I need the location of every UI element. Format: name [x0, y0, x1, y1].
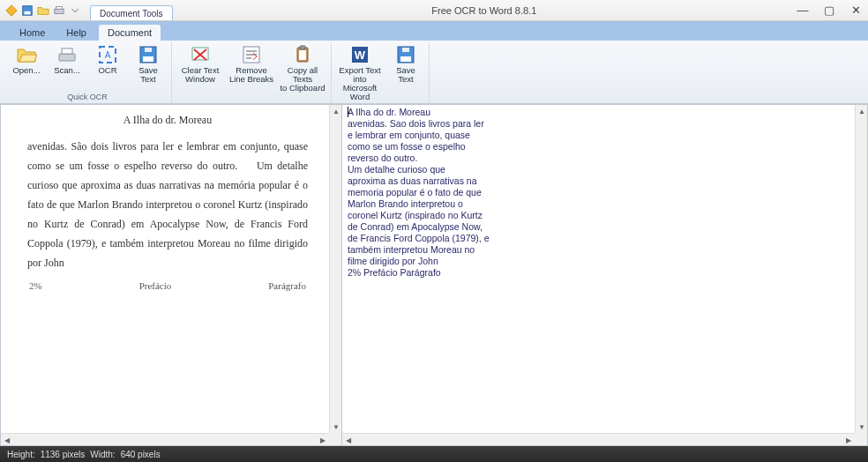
- scrollbar-vertical[interactable]: ▲ ▼: [855, 105, 867, 433]
- svg-rect-20: [299, 50, 306, 60]
- word-icon: W: [349, 44, 370, 65]
- ocr-icon: A: [97, 44, 118, 65]
- save-text-label-2: Save Text: [396, 66, 415, 84]
- status-height-label: Height:: [7, 450, 35, 459]
- minimize-button[interactable]: —: [796, 4, 810, 17]
- group-label-quick-ocr: Quick OCR: [67, 92, 108, 103]
- scrollbar-horizontal[interactable]: ◀ ▶: [342, 433, 855, 445]
- status-width-label: Width:: [90, 450, 115, 459]
- status-height-value: 1136 pixels: [41, 450, 86, 459]
- svg-rect-10: [143, 56, 153, 62]
- clipboard-icon: [292, 44, 313, 65]
- app-icon: [5, 4, 18, 17]
- maximize-button[interactable]: ▢: [822, 4, 836, 17]
- scrollbar-horizontal[interactable]: ◀ ▶: [1, 433, 329, 445]
- ocr-text-content[interactable]: A Ilha do dr. Moreau avenidas. Sao dois …: [342, 105, 855, 433]
- remove-breaks-icon: [241, 44, 262, 65]
- window-title: Free OCR to Word 8.8.1: [173, 5, 796, 16]
- ocr-label: OCR: [98, 66, 116, 75]
- folder-open-icon[interactable]: [37, 4, 49, 17]
- folder-open-icon: [16, 44, 37, 65]
- status-width-value: 640 pixels: [121, 450, 161, 459]
- menu-tabs: Home Help Document: [0, 21, 868, 41]
- save-icon: [138, 44, 159, 65]
- source-image-content[interactable]: A Ilha do dr. Moreau avenidas. São dois …: [1, 105, 329, 433]
- workspace: A Ilha do dr. Moreau avenidas. São dois …: [0, 104, 868, 446]
- copy-all-clipboard-button[interactable]: Copy all Texts to Clipboard: [278, 42, 327, 101]
- svg-text:A: A: [105, 50, 111, 60]
- svg-rect-11: [145, 48, 152, 52]
- ocr-output-value: A Ilha do dr. Moreau avenidas. Sao dois …: [348, 107, 490, 278]
- menu-help[interactable]: Help: [57, 25, 95, 41]
- scanner-icon[interactable]: [53, 4, 65, 17]
- export-word-button[interactable]: W Export Text into Microsoft Word: [335, 42, 385, 101]
- ribbon-group-document: W Export Text into Microsoft Word Save T…: [332, 42, 430, 103]
- document-preview: A Ilha do dr. Moreau avenidas. São dois …: [1, 105, 329, 301]
- copy-all-label: Copy all Texts to Clipboard: [280, 66, 326, 93]
- svg-rect-26: [402, 48, 409, 52]
- svg-rect-6: [62, 48, 72, 54]
- clear-text-label: Clear Text Window: [182, 66, 220, 84]
- ocr-output-text[interactable]: A Ilha do dr. Moreau avenidas. Sao dois …: [342, 105, 855, 280]
- save-text-button-2[interactable]: Save Text: [386, 42, 425, 101]
- doc-body: avenidas. São dois livros para ler e lem…: [27, 137, 308, 272]
- scroll-corner: [855, 433, 867, 445]
- scroll-down-icon[interactable]: ▼: [856, 421, 868, 433]
- dropdown-icon[interactable]: [69, 4, 81, 17]
- remove-breaks-label: Remove Line Breaks: [229, 66, 273, 84]
- ribbon-group-text-ops: Clear Text Window Remove Line Breaks Cop…: [172, 42, 332, 103]
- source-image-pane: A Ilha do dr. Moreau avenidas. São dois …: [0, 104, 341, 446]
- open-button[interactable]: Open...: [7, 42, 46, 92]
- scroll-down-icon[interactable]: ▼: [330, 421, 341, 433]
- doc-title: A Ilha do dr. Moreau: [27, 110, 308, 130]
- ribbon: Open... Scan... A OCR Save Text Quick OC…: [0, 41, 868, 104]
- clear-text-window-button[interactable]: Clear Text Window: [176, 42, 225, 101]
- close-button[interactable]: ✕: [849, 4, 863, 17]
- svg-rect-25: [400, 56, 411, 62]
- titlebar: Document Tools Free OCR to Word 8.8.1 — …: [0, 0, 868, 21]
- scroll-left-icon[interactable]: ◀: [342, 434, 355, 446]
- save-icon[interactable]: [21, 4, 34, 17]
- doc-footer: 2% Prefácio Parágrafo: [27, 276, 308, 295]
- scroll-corner: [329, 433, 341, 445]
- scanner-icon: [56, 44, 78, 65]
- clear-window-icon: [190, 44, 211, 65]
- scan-label: Scan...: [54, 66, 80, 75]
- menu-home[interactable]: Home: [11, 25, 54, 41]
- ocr-text-pane: A Ilha do dr. Moreau avenidas. Sao dois …: [341, 104, 868, 446]
- save-text-button[interactable]: Save Text: [129, 42, 168, 92]
- doc-footer-mid: Prefácio: [139, 276, 172, 295]
- scroll-left-icon[interactable]: ◀: [1, 434, 13, 446]
- svg-rect-21: [300, 46, 305, 49]
- save-icon: [395, 44, 416, 65]
- ribbon-group-quick-ocr: Open... Scan... A OCR Save Text Quick OC…: [4, 42, 172, 103]
- ocr-button[interactable]: A OCR: [88, 42, 127, 92]
- scrollbar-vertical[interactable]: ▲ ▼: [329, 105, 341, 433]
- scroll-up-icon[interactable]: ▲: [330, 105, 341, 117]
- export-word-label: Export Text into Microsoft Word: [337, 66, 383, 101]
- quick-access-toolbar: [5, 4, 81, 17]
- svg-rect-2: [25, 11, 31, 14]
- scroll-right-icon[interactable]: ▶: [842, 434, 855, 446]
- doc-footer-right: Parágrafo: [268, 276, 306, 295]
- statusbar: Height: 1136 pixels Width: 640 pixels: [0, 446, 868, 462]
- scroll-up-icon[interactable]: ▲: [856, 105, 868, 117]
- scroll-right-icon[interactable]: ▶: [317, 434, 329, 446]
- menu-document[interactable]: Document: [99, 25, 161, 41]
- save-text-label: Save Text: [138, 66, 158, 84]
- scan-button[interactable]: Scan...: [48, 42, 86, 92]
- svg-rect-5: [59, 54, 75, 61]
- svg-marker-0: [6, 4, 17, 15]
- svg-rect-4: [56, 6, 63, 9]
- app-window: Document Tools Free OCR to Word 8.8.1 — …: [0, 0, 868, 462]
- open-label: Open...: [12, 66, 40, 75]
- remove-line-breaks-button[interactable]: Remove Line Breaks: [227, 42, 276, 101]
- svg-rect-3: [55, 9, 64, 13]
- svg-text:W: W: [355, 48, 366, 62]
- context-tab-document-tools[interactable]: Document Tools: [90, 5, 173, 20]
- doc-footer-pct: 2%: [29, 276, 42, 295]
